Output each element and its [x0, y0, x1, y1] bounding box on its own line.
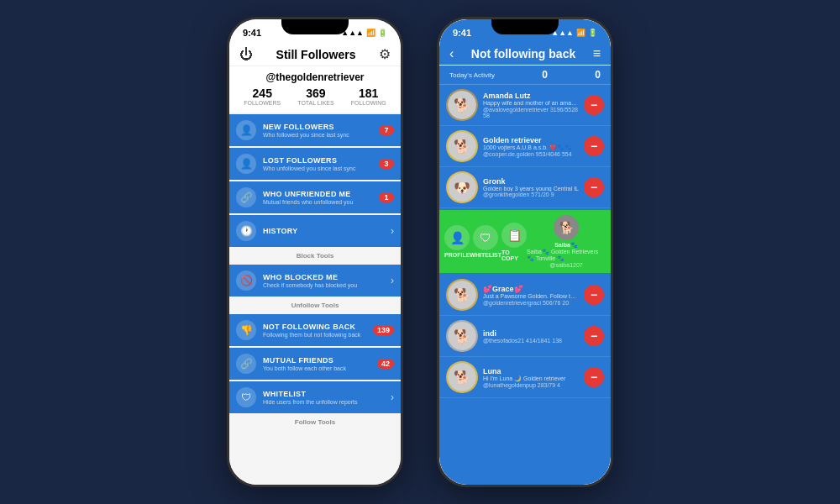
activity-label: Today's Activity: [449, 71, 495, 79]
activity-count2: 0: [595, 69, 601, 81]
whitelist-arrow: ›: [391, 391, 394, 403]
user-info-0: Amanda Lutz Happy wife and mother of an …: [478, 92, 584, 118]
user-handle-4: @goldenretrievergraci 506/76 20: [483, 300, 579, 306]
activity-bar: Today's Activity 0 0: [439, 66, 611, 85]
user-name-6: Luna: [483, 367, 579, 375]
history-text: HISTORY: [256, 227, 391, 235]
user-item-4[interactable]: 🐕 💕Grace💕 Just a Pawsome Golden. Follow …: [439, 275, 611, 316]
history-arrow: ›: [391, 225, 394, 237]
whitelist-action-btn[interactable]: 🛡 WHITELIST: [470, 225, 501, 258]
user-avatar-4: 🐕: [446, 279, 478, 311]
phone-right: 9:41 ▲▲▲ 📶 🔋 ‹ Not following back ≡ Toda…: [437, 17, 613, 487]
copy-action-icon: 📋: [501, 223, 527, 248]
phone-left: 9:41 ▲▲▲ 📶 🔋 ⏻ Still Followers ⚙ @thegol…: [227, 17, 403, 487]
status-time-right: 9:41: [453, 28, 471, 38]
whitelist-action-icon: 🛡: [473, 225, 498, 250]
user-bio-6: Hi I'm Luna 🌙 Golden retriever: [483, 375, 579, 382]
user-avatar-5: 🐕: [446, 320, 478, 352]
user-item-2[interactable]: 🐶 Gronk Golden boy 3 years young Central…: [439, 167, 611, 208]
mutual-text: MUTUAL FRIENDS You both follow each othe…: [256, 356, 377, 371]
menu-item-not-following-back[interactable]: 👎 NOT FOLLOWING BACK Following them but …: [229, 314, 401, 346]
remove-button-5[interactable]: −: [584, 326, 604, 346]
not-following-sub: Following them but not following back: [263, 332, 373, 338]
user-name-4: 💕Grace💕: [483, 285, 579, 293]
saiba-name: Saiba🐾: [554, 242, 578, 249]
new-followers-badge: 7: [379, 125, 394, 135]
new-followers-sub: Who followed you since last sync: [263, 132, 379, 138]
blocked-title: WHO BLOCKED ME: [263, 273, 391, 281]
power-icon[interactable]: ⏻: [239, 47, 253, 62]
user-item-6[interactable]: 🐕 Luna Hi I'm Luna 🌙 Golden retriever @l…: [439, 357, 611, 398]
followers-count: 245: [253, 87, 272, 100]
blocked-arrow: ›: [391, 275, 394, 286]
whitelist-text: WHITELIST Hide users from the unfollow r…: [256, 390, 391, 405]
status-icons-left: ▲▲▲ 📶 🔋: [341, 29, 387, 37]
menu-item-whitelist[interactable]: 🛡 WHITELIST Hide users from the unfollow…: [229, 381, 401, 413]
new-followers-icon: 👤: [236, 120, 256, 140]
copy-action-btn[interactable]: 📋 TO COPY: [501, 223, 527, 261]
not-following-badge: 139: [373, 325, 394, 335]
menu-item-lost-followers[interactable]: 👤 LOST FOLLOWERS Who unfollowed you sinc…: [229, 148, 401, 180]
blocked-icon: 🚫: [236, 270, 256, 291]
menu-item-mutual[interactable]: 🔗 MUTUAL FRIENDS You both follow each ot…: [229, 348, 401, 380]
new-followers-text: NEW FOLLOWERS Who followed you since las…: [256, 123, 379, 138]
user-info-2: Gronk Golden boy 3 years young Central I…: [478, 177, 584, 197]
history-icon: 🕐: [236, 221, 256, 241]
following-count: 181: [359, 87, 378, 100]
followers-label: FOLLOWERS: [244, 100, 281, 106]
user-name-5: indi: [483, 329, 579, 338]
unfriended-icon: 🔗: [236, 187, 256, 207]
settings-icon[interactable]: ⚙: [379, 46, 391, 62]
status-time-left: 9:41: [243, 28, 261, 38]
remove-button-2[interactable]: −: [584, 177, 604, 197]
activity-count1: 0: [542, 69, 548, 81]
lost-followers-badge: 3: [379, 159, 394, 169]
mutual-sub: You both follow each other back: [263, 365, 377, 371]
user-name-1: Golden retriever: [483, 136, 579, 144]
action-popup: 👤 PROFILE 🛡 WHITELIST 📋 TO COPY 🐕 S: [439, 210, 611, 273]
remove-button-6[interactable]: −: [584, 367, 604, 387]
profile-action-btn[interactable]: 👤 PROFILE: [444, 225, 470, 258]
stats-row: 245 FOLLOWERS 369 TOTAL LIKES 181 FOLLOW…: [229, 87, 401, 106]
history-title: HISTORY: [263, 227, 391, 235]
profile-action-icon: 👤: [444, 225, 470, 250]
unfriended-title: WHO UNFRIENDED ME: [263, 190, 379, 198]
user-item-1[interactable]: 🐕 Golden retriever 1000 vojters A.U.B a.…: [439, 126, 611, 167]
user-item-5[interactable]: 🐕 indi @thesofados21 414/1841 138 −: [439, 316, 611, 357]
menu-item-unfriended[interactable]: 🔗 WHO UNFRIENDED ME Mutual friends who u…: [229, 181, 401, 213]
remove-button-4[interactable]: −: [584, 285, 604, 305]
profile-action-label: PROFILE: [444, 252, 470, 258]
profile-username: @thegoldenretriever: [229, 71, 401, 83]
menu-icon[interactable]: ≡: [593, 46, 601, 61]
menu-item-blocked[interactable]: 🚫 WHO BLOCKED ME Check if somebody has b…: [229, 265, 401, 297]
section-follow-tools: Follow Tools: [229, 415, 401, 429]
stat-likes: 369 TOTAL LIKES: [297, 87, 333, 106]
not-following-text: NOT FOLLOWING BACK Following them but no…: [256, 323, 373, 338]
user-info-5: indi @thesofados21 414/1841 138: [478, 329, 584, 344]
likes-count: 369: [306, 87, 325, 100]
remove-button-1[interactable]: −: [584, 136, 604, 156]
user-handle-0: @avalovegoldenretriever 3196/5528 58: [483, 107, 579, 118]
user-name-2: Gronk: [483, 177, 579, 186]
profile-section: @thegoldenretriever 245 FOLLOWERS 369 TO…: [229, 66, 401, 113]
menu-item-history[interactable]: 🕐 HISTORY ›: [229, 215, 401, 247]
mutual-badge: 42: [377, 359, 394, 369]
remove-button-0[interactable]: −: [584, 95, 604, 115]
mutual-icon: 🔗: [236, 354, 256, 374]
menu-list: 👤 NEW FOLLOWERS Who followed you since l…: [229, 113, 401, 485]
saiba-handle: @saiba1207: [549, 262, 582, 268]
mutual-title: MUTUAL FRIENDS: [263, 356, 377, 365]
whitelist-sub: Hide users from the unfollow reports: [263, 399, 391, 405]
user-info-6: Luna Hi I'm Luna 🌙 Golden retriever @lun…: [478, 367, 584, 388]
back-icon[interactable]: ‹: [449, 46, 454, 61]
notch-right: [491, 19, 559, 34]
stat-followers: 245 FOLLOWERS: [244, 87, 281, 106]
menu-item-new-followers[interactable]: 👤 NEW FOLLOWERS Who followed you since l…: [229, 114, 401, 146]
user-avatar-1: 🐕: [446, 130, 478, 162]
user-handle-5: @thesofados21 414/1841 138: [483, 338, 579, 344]
header-title-left: Still Followers: [276, 48, 356, 61]
user-info-1: Golden retriever 1000 vojters A.U.B a.s.…: [478, 136, 584, 157]
user-avatar-2: 🐶: [446, 171, 478, 203]
user-bio-1: 1000 vojters A.U.B a.s.b. ❤️🐾🐾: [483, 144, 579, 151]
user-item-0[interactable]: 🐕 Amanda Lutz Happy wife and mother of a…: [439, 85, 611, 126]
